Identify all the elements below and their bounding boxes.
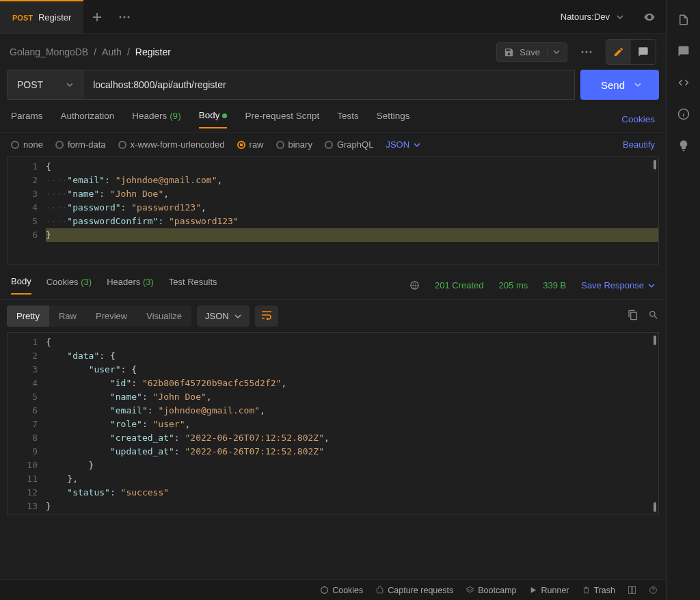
tab-method-badge: POST (12, 14, 33, 22)
footer-trash[interactable]: Trash (582, 586, 616, 595)
footer-help-button[interactable] (649, 586, 658, 595)
breadcrumb-row: Golang_MongoDB/ Auth/ Register Save (0, 34, 666, 70)
svg-point-2 (128, 16, 130, 18)
footer-layout-button[interactable] (628, 586, 636, 595)
bulb-icon[interactable] (677, 139, 690, 152)
tab-prerequest-script[interactable]: Pre-request Script (245, 111, 319, 128)
info-icon[interactable] (677, 108, 690, 120)
status-bar: Cookies Capture requests Bootcamp Runner… (0, 579, 666, 600)
response-format-selector[interactable]: JSON (197, 305, 250, 327)
bodytype-urlencoded[interactable]: x-www-form-urlencoded (118, 139, 225, 150)
resp-tab-body[interactable]: Body (11, 276, 31, 295)
resp-tab-headers[interactable]: Headers (3) (107, 277, 154, 294)
viewmode-raw[interactable]: Raw (49, 305, 86, 327)
tab-register[interactable]: POST Register (0, 0, 83, 33)
environment-quicklook-button[interactable] (633, 0, 666, 33)
response-time: 205 ms (499, 280, 528, 290)
tab-body[interactable]: Body (199, 110, 228, 128)
tab-tests[interactable]: Tests (337, 111, 359, 128)
tab-params[interactable]: Params (11, 111, 43, 128)
http-method: POST (17, 79, 43, 90)
footer-capture-requests[interactable]: Capture requests (375, 586, 453, 595)
svg-point-0 (120, 16, 122, 18)
svg-rect-8 (632, 587, 635, 594)
response-tabs: Body Cookies (3) Headers (3) Test Result… (0, 271, 666, 300)
bodytype-none[interactable]: none (11, 139, 43, 150)
breadcrumb-item[interactable]: Golang_MongoDB (10, 46, 88, 57)
right-sidebar (666, 0, 700, 600)
breadcrumb: Golang_MongoDB/ Auth/ Register (10, 46, 171, 57)
more-actions-button[interactable] (574, 40, 599, 64)
svg-point-5 (590, 51, 592, 53)
svg-point-1 (124, 16, 126, 18)
save-label: Save (520, 47, 540, 57)
body-type-row: none form-data x-www-form-urlencoded raw… (0, 133, 666, 156)
footer-runner[interactable]: Runner (529, 586, 569, 595)
url-input[interactable] (83, 70, 575, 100)
resp-tab-test-results[interactable]: Test Results (169, 277, 217, 294)
comments-icon[interactable] (677, 45, 690, 57)
response-toolbar: Pretty Raw Preview Visualize JSON (0, 300, 666, 332)
edit-mode-button[interactable] (606, 40, 631, 64)
scrollbar-thumb[interactable] (654, 160, 656, 169)
wrap-lines-button[interactable] (255, 305, 278, 327)
tab-headers[interactable]: Headers (9) (132, 111, 180, 128)
svg-rect-7 (629, 587, 632, 594)
send-button[interactable]: Send (580, 70, 659, 100)
request-body-editor[interactable]: 1{2····"email": "johndoe@gmail.com",3···… (7, 156, 659, 264)
svg-point-4 (586, 51, 588, 53)
request-tabs: Params Authorization Headers (9) Body Pr… (0, 107, 666, 133)
tab-authorization[interactable]: Authorization (61, 111, 115, 128)
bodytype-binary[interactable]: binary (276, 139, 312, 150)
svg-point-3 (582, 51, 584, 53)
scrollbar-thumb[interactable] (654, 502, 656, 512)
response-status: 201 Created (435, 280, 484, 290)
svg-point-6 (321, 587, 328, 594)
viewmode-visualize[interactable]: Visualize (137, 305, 191, 327)
footer-cookies[interactable]: Cookies (320, 586, 363, 595)
send-label: Send (601, 79, 625, 91)
footer-bootcamp[interactable]: Bootcamp (466, 586, 516, 595)
tab-overflow-button[interactable] (111, 0, 138, 33)
save-response-button[interactable]: Save Response (581, 280, 655, 290)
save-options-button[interactable] (547, 47, 560, 57)
breadcrumb-current: Register (135, 46, 171, 57)
comment-mode-button[interactable] (631, 40, 656, 64)
documentation-icon[interactable] (677, 14, 690, 26)
copy-response-button[interactable] (628, 310, 638, 323)
environment-name: Natours:Dev (561, 12, 610, 22)
bodytype-form-data[interactable]: form-data (55, 139, 106, 150)
response-body-viewer[interactable]: 1{2 "data": {3 "user": {4 "id": "62b806f… (7, 332, 659, 515)
view-mode-group: Pretty Raw Preview Visualize (7, 305, 191, 327)
new-tab-button[interactable] (83, 0, 111, 33)
code-icon[interactable] (677, 77, 690, 89)
breadcrumb-item[interactable]: Auth (102, 46, 122, 57)
bodytype-graphql[interactable]: GraphQL (325, 139, 373, 150)
network-icon[interactable] (409, 280, 420, 290)
body-format-selector[interactable]: JSON (386, 139, 420, 150)
bodytype-raw[interactable]: raw (237, 139, 264, 150)
response-size: 339 B (543, 280, 566, 290)
resp-tab-cookies[interactable]: Cookies (3) (46, 277, 92, 294)
body-modified-indicator (222, 113, 227, 118)
scrollbar-thumb[interactable] (654, 336, 656, 345)
cookies-link[interactable]: Cookies (621, 114, 655, 124)
tab-settings[interactable]: Settings (377, 111, 410, 128)
environment-selector[interactable]: Natours:Dev (551, 0, 633, 33)
save-button[interactable]: Save (496, 42, 567, 62)
request-url-row: POST Send (0, 70, 666, 107)
tab-title: Register (38, 12, 71, 23)
viewmode-preview[interactable]: Preview (86, 305, 137, 327)
tab-strip: POST Register Natours:Dev (0, 0, 666, 34)
search-response-button[interactable] (648, 310, 659, 323)
viewmode-pretty[interactable]: Pretty (7, 305, 49, 327)
beautify-button[interactable]: Beautify (623, 139, 655, 150)
http-method-selector[interactable]: POST (7, 70, 83, 100)
